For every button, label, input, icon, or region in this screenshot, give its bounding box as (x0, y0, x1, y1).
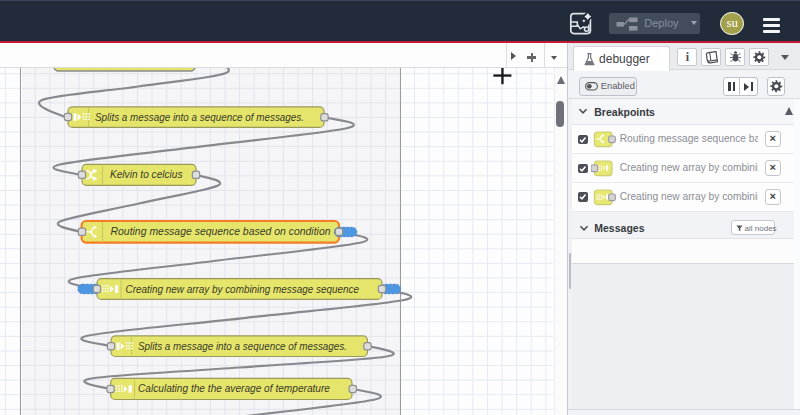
svg-text:Routing message sequence based: Routing message sequence based on condit… (111, 226, 331, 237)
svg-text:Creating new array by combinin: Creating new array by combining message … (126, 284, 360, 295)
svg-text:Calculating the the average of: Calculating the the average of temperatu… (138, 383, 330, 394)
svg-text:Kelvin to celcius: Kelvin to celcius (110, 169, 183, 180)
svg-text:Splits a message into a sequen: Splits a message into a sequence of mess… (138, 341, 347, 352)
svg-text:Splits a message into a sequen: Splits a message into a sequence of mess… (95, 112, 304, 123)
